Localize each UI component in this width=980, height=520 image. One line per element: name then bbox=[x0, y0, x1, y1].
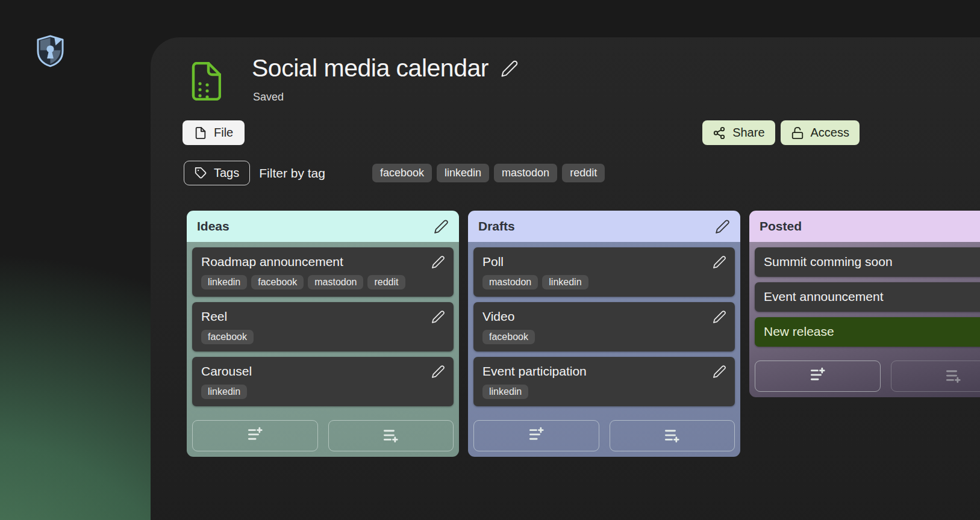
column-body-posted: Summit comming soonEvent announcementNew… bbox=[749, 242, 980, 397]
card-title: Event announcement bbox=[764, 289, 980, 305]
card-poll[interactable]: Pollmastodonlinkedin bbox=[473, 247, 735, 297]
card-title: Event participation bbox=[482, 364, 708, 379]
document-panel: Social media calendar Saved File Share A… bbox=[151, 37, 980, 520]
file-menu-label: File bbox=[214, 126, 233, 140]
add-item-bottom-icon bbox=[945, 367, 961, 385]
add-item-bottom-icon bbox=[664, 427, 680, 445]
add-item-bottom-button[interactable] bbox=[610, 420, 735, 451]
column-ideas: IdeasRoadmap announcementlinkedinfaceboo… bbox=[187, 211, 459, 457]
add-item-bottom-button[interactable] bbox=[891, 361, 980, 392]
card-video[interactable]: Videofacebook bbox=[473, 302, 735, 351]
edit-card-pencil-icon[interactable] bbox=[713, 310, 726, 324]
card-tag-list: facebook bbox=[201, 330, 427, 344]
card-title: Carousel bbox=[201, 364, 427, 379]
filter-tag-chip-mastodon[interactable]: mastodon bbox=[494, 164, 557, 182]
card-tag-chip-reddit: reddit bbox=[367, 275, 405, 289]
edit-card-pencil-icon[interactable] bbox=[431, 365, 445, 379]
edit-card-pencil-icon[interactable] bbox=[431, 310, 445, 324]
card-tag-chip-linkedin: linkedin bbox=[201, 385, 247, 399]
card-tag-chip-facebook: facebook bbox=[201, 330, 254, 344]
card-summit-comming-soon[interactable]: Summit comming soon bbox=[755, 247, 980, 277]
edit-card-pencil-icon[interactable] bbox=[431, 255, 445, 269]
add-item-top-button[interactable] bbox=[473, 420, 599, 451]
card-tag-list: linkedin bbox=[201, 385, 427, 399]
card-title: Poll bbox=[482, 254, 708, 270]
card-title: Video bbox=[482, 309, 708, 324]
card-tag-chip-mastodon: mastodon bbox=[482, 275, 538, 289]
card-tag-chip-facebook: facebook bbox=[251, 275, 304, 289]
card-tag-list: mastodonlinkedin bbox=[482, 275, 708, 289]
column-posted: PostedSummit comming soonEvent announcem… bbox=[749, 211, 980, 397]
card-tag-chip-linkedin: linkedin bbox=[482, 385, 528, 399]
share-label: Share bbox=[732, 126, 764, 140]
card-title: Summit comming soon bbox=[764, 254, 980, 270]
card-reel[interactable]: Reelfacebook bbox=[192, 302, 454, 351]
card-title: New release bbox=[764, 324, 980, 339]
add-item-top-icon bbox=[247, 427, 263, 445]
card-roadmap-announcement[interactable]: Roadmap announcementlinkedinfacebookmast… bbox=[192, 247, 454, 297]
add-item-bottom-button[interactable] bbox=[328, 420, 454, 451]
filter-tag-chip-facebook[interactable]: facebook bbox=[372, 164, 432, 182]
save-status: Saved bbox=[253, 91, 284, 104]
column-title: Drafts bbox=[478, 219, 515, 234]
add-item-top-button[interactable] bbox=[192, 420, 318, 451]
file-icon bbox=[194, 126, 207, 140]
unlock-icon bbox=[791, 126, 804, 140]
access-label: Access bbox=[811, 126, 849, 140]
add-item-top-icon bbox=[528, 427, 545, 445]
column-body-drafts: PollmastodonlinkedinVideofacebookEvent p… bbox=[468, 242, 740, 457]
add-item-top-icon bbox=[810, 367, 826, 385]
column-header-posted: Posted bbox=[749, 211, 980, 242]
column-title: Posted bbox=[760, 219, 802, 234]
edit-column-pencil-icon[interactable] bbox=[434, 219, 449, 234]
edit-card-pencil-icon[interactable] bbox=[713, 365, 726, 379]
add-item-top-button[interactable] bbox=[755, 361, 881, 392]
add-item-bottom-icon bbox=[382, 427, 399, 445]
filter-tag-chip-reddit[interactable]: reddit bbox=[562, 164, 605, 182]
tags-button[interactable]: Tags bbox=[184, 161, 250, 185]
card-tag-chip-linkedin: linkedin bbox=[542, 275, 588, 289]
share-icon bbox=[713, 126, 726, 140]
card-title: Reel bbox=[201, 309, 427, 324]
document-file-icon bbox=[189, 62, 221, 101]
tag-icon bbox=[195, 167, 207, 179]
card-tag-list: linkedin bbox=[482, 385, 708, 399]
rename-document-pencil-icon[interactable] bbox=[501, 60, 519, 78]
filter-tag-list: facebooklinkedinmastodonreddit bbox=[372, 164, 605, 182]
column-body-ideas: Roadmap announcementlinkedinfacebookmast… bbox=[187, 242, 459, 457]
column-title: Ideas bbox=[197, 219, 229, 234]
card-tag-chip-linkedin: linkedin bbox=[201, 275, 247, 289]
card-event-announcement[interactable]: Event announcement bbox=[755, 282, 980, 312]
filter-tag-chip-linkedin[interactable]: linkedin bbox=[437, 164, 489, 182]
shield-keyhole-logo-icon[interactable] bbox=[36, 34, 64, 68]
add-item-row bbox=[192, 420, 454, 451]
card-tag-list: linkedinfacebookmastodonreddit bbox=[201, 275, 427, 289]
page-title: Social media calendar bbox=[252, 54, 488, 82]
tags-button-label: Tags bbox=[214, 166, 239, 180]
add-item-row bbox=[473, 420, 735, 451]
filter-by-tag-label: Filter by tag bbox=[259, 166, 325, 181]
card-title: Roadmap announcement bbox=[201, 254, 427, 270]
card-tag-list: facebook bbox=[482, 330, 708, 344]
card-tag-chip-mastodon: mastodon bbox=[308, 275, 363, 289]
edit-card-pencil-icon[interactable] bbox=[713, 255, 726, 269]
share-button[interactable]: Share bbox=[702, 120, 775, 145]
card-event-participation[interactable]: Event participationlinkedin bbox=[473, 357, 735, 406]
card-carousel[interactable]: Carousellinkedin bbox=[192, 357, 454, 406]
board: IdeasRoadmap announcementlinkedinfaceboo… bbox=[187, 211, 980, 457]
edit-column-pencil-icon[interactable] bbox=[715, 219, 730, 234]
access-button[interactable]: Access bbox=[781, 120, 860, 145]
column-header-drafts: Drafts bbox=[468, 211, 740, 242]
add-item-row bbox=[755, 361, 980, 392]
file-menu-button[interactable]: File bbox=[183, 120, 245, 145]
column-drafts: DraftsPollmastodonlinkedinVideofacebookE… bbox=[468, 211, 740, 457]
card-new-release[interactable]: New release bbox=[755, 317, 980, 347]
card-tag-chip-facebook: facebook bbox=[482, 330, 535, 344]
column-header-ideas: Ideas bbox=[187, 211, 459, 242]
